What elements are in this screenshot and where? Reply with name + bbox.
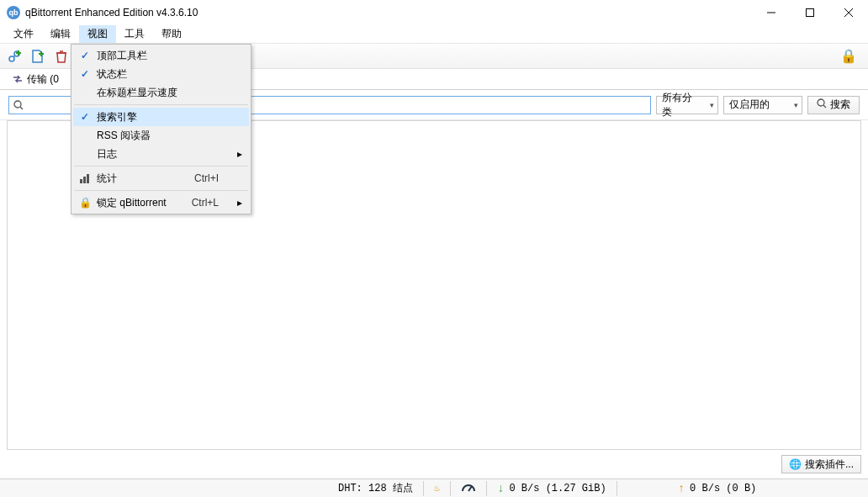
- menu-edit-label: 编辑: [50, 27, 71, 41]
- check-icon: ✓: [81, 68, 89, 80]
- search-plugins-label: 搜索插件...: [805, 457, 854, 472]
- lock-icon: 🔒: [79, 197, 92, 209]
- menu-tools[interactable]: 工具: [116, 25, 153, 43]
- menu-view[interactable]: 视图: [79, 25, 116, 43]
- plugins-row: 🌐 搜索插件...: [0, 450, 868, 478]
- menu-separator: [74, 104, 248, 105]
- status-separator: [617, 481, 617, 496]
- menu-item-statistics[interactable]: 统计 Ctrl+I: [73, 169, 249, 188]
- menu-item-label: 日志: [97, 147, 224, 161]
- submenu-arrow-icon: ▸: [237, 148, 242, 160]
- link-plus-icon: [7, 49, 22, 64]
- arrow-up-icon: ↑: [678, 482, 685, 495]
- lock-icon: 🔒: [840, 48, 857, 64]
- status-download[interactable]: ↓ 0 B/s (1.27 GiB): [487, 482, 617, 495]
- tab-transfers-label: 传输 (0: [27, 72, 59, 87]
- svg-rect-4: [80, 179, 82, 183]
- svg-line-17: [20, 107, 23, 109]
- chevron-down-icon: ▾: [786, 101, 798, 109]
- status-firewall[interactable]: ♨: [424, 482, 450, 494]
- add-file-button[interactable]: [29, 47, 47, 66]
- arrow-down-icon: ↓: [497, 482, 504, 495]
- gauge-icon: [461, 482, 476, 495]
- menu-item-label: 顶部工具栏: [97, 49, 224, 63]
- search-icon: [817, 98, 827, 111]
- menu-tools-label: 工具: [124, 27, 145, 41]
- check-icon: ✓: [81, 111, 89, 123]
- category-combo[interactable]: 所有分类 ▾: [656, 96, 718, 114]
- stats-icon: [79, 172, 91, 184]
- status-upload[interactable]: ↑ 0 B/s (0 B): [668, 482, 767, 495]
- lock-button[interactable]: 🔒: [839, 47, 858, 66]
- transfer-icon: [12, 73, 24, 85]
- maximize-button[interactable]: [791, 0, 829, 25]
- menu-item-top-toolbar[interactable]: ✓ 顶部工具栏: [73, 46, 249, 65]
- status-download-text: 0 B/s (1.27 GiB): [509, 483, 606, 494]
- menu-item-log[interactable]: 日志 ▸: [73, 145, 249, 163]
- trash-icon: [54, 49, 69, 64]
- svg-line-20: [468, 486, 472, 491]
- svg-line-19: [823, 105, 826, 108]
- menu-item-speed-in-title[interactable]: 在标题栏显示速度: [73, 83, 249, 102]
- search-button[interactable]: 搜索: [807, 96, 860, 114]
- add-link-button[interactable]: [5, 47, 24, 66]
- menu-item-label: 锁定 qBittorrent: [97, 196, 192, 210]
- window-title: qBittorrent Enhanced Edition v4.3.6.10: [25, 7, 752, 19]
- svg-rect-5: [83, 177, 86, 183]
- flame-icon: ♨: [434, 482, 440, 494]
- status-bar: DHT: 128 结点 ♨ ↓ 0 B/s (1.27 GiB) ↑ 0 B/s…: [0, 478, 868, 497]
- menu-item-statusbar[interactable]: ✓ 状态栏: [73, 65, 249, 83]
- category-combo-label: 所有分类: [662, 91, 701, 119]
- menu-item-shortcut: Ctrl+I: [194, 172, 224, 184]
- status-upload-text: 0 B/s (0 B): [690, 483, 756, 494]
- chevron-down-icon: ▾: [701, 101, 714, 109]
- svg-line-9: [13, 56, 15, 57]
- view-menu-dropdown: ✓ 顶部工具栏 ✓ 状态栏 在标题栏显示速度 ✓ 搜索引擎 RSS 阅读器: [71, 44, 251, 214]
- title-bar: qb qBittorrent Enhanced Edition v4.3.6.1…: [0, 0, 868, 25]
- menu-file[interactable]: 文件: [5, 25, 42, 43]
- menu-separator: [74, 190, 248, 191]
- check-icon: ✓: [81, 50, 89, 61]
- menu-help-label: 帮助: [161, 27, 182, 41]
- close-button[interactable]: [829, 0, 868, 25]
- menu-item-label: 状态栏: [97, 67, 224, 82]
- menu-edit[interactable]: 编辑: [42, 25, 79, 43]
- menu-item-label: 统计: [97, 172, 194, 186]
- menu-item-label: RSS 阅读器: [97, 129, 224, 143]
- svg-point-18: [818, 99, 824, 106]
- menu-item-label: 在标题栏显示速度: [97, 86, 224, 100]
- menu-item-label: 搜索引擎: [97, 110, 224, 124]
- svg-rect-6: [87, 174, 89, 183]
- menu-separator: [74, 166, 248, 167]
- status-alt-speed[interactable]: [451, 482, 486, 495]
- search-plugins-button[interactable]: 🌐 搜索插件...: [781, 455, 861, 473]
- menu-item-lock[interactable]: 🔒 锁定 qBittorrent Ctrl+L ▸: [73, 193, 249, 212]
- menu-bar: 文件 编辑 视图 工具 帮助 ✓ 顶部工具栏 ✓ 状态栏 在标题栏显示速度 ✓ …: [0, 25, 868, 44]
- search-button-label: 搜索: [830, 98, 850, 112]
- globe-icon: 🌐: [789, 458, 802, 470]
- menu-item-shortcut: Ctrl+L: [192, 197, 224, 209]
- status-dht-text: DHT: 128 结点: [338, 481, 413, 495]
- menu-file-label: 文件: [13, 27, 34, 41]
- menu-item-search-engine[interactable]: ✓ 搜索引擎: [73, 108, 249, 126]
- app-icon: qb: [7, 6, 20, 19]
- file-plus-icon: [30, 49, 45, 64]
- tab-transfers[interactable]: 传输 (0: [7, 69, 64, 89]
- search-icon: [9, 100, 28, 110]
- engines-combo-label: 仅启用的: [729, 98, 770, 112]
- status-dht[interactable]: DHT: 128 结点: [328, 481, 423, 495]
- svg-point-16: [14, 101, 21, 108]
- minimize-button[interactable]: [752, 0, 791, 25]
- delete-button[interactable]: [52, 47, 71, 66]
- menu-view-label: 视图: [87, 27, 108, 41]
- menu-help[interactable]: 帮助: [153, 25, 190, 43]
- submenu-arrow-icon: ▸: [237, 197, 242, 209]
- menu-item-rss-reader[interactable]: RSS 阅读器: [73, 126, 249, 145]
- svg-rect-1: [807, 8, 814, 16]
- engines-combo[interactable]: 仅启用的 ▾: [723, 96, 802, 114]
